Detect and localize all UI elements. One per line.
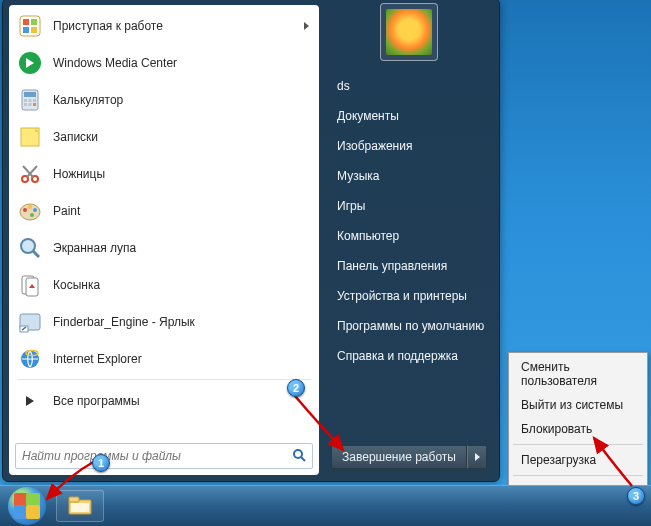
all-programs-arrow-icon — [17, 388, 43, 414]
calculator-icon — [17, 87, 43, 113]
svg-rect-31 — [69, 497, 79, 502]
program-label: Windows Media Center — [53, 56, 177, 70]
program-item-media-center[interactable]: Windows Media Center — [11, 44, 317, 81]
right-item-documents[interactable]: Документы — [319, 101, 499, 131]
sticky-notes-icon — [17, 124, 43, 150]
svg-rect-3 — [23, 27, 29, 33]
right-item-computer[interactable]: Компьютер — [319, 221, 499, 251]
internet-explorer-icon — [17, 346, 43, 372]
right-item-help-support[interactable]: Справка и поддержка — [319, 341, 499, 371]
taskbar — [0, 485, 651, 526]
program-label: Записки — [53, 130, 98, 144]
search-box[interactable] — [15, 443, 313, 469]
separator — [513, 475, 643, 476]
program-list: Приступая к работе Windows Media Center … — [9, 5, 319, 437]
getting-started-icon — [17, 13, 43, 39]
shutdown-options-arrow-button[interactable] — [467, 445, 487, 469]
user-picture-frame[interactable] — [380, 3, 438, 61]
program-item-internet-explorer[interactable]: Internet Explorer — [11, 340, 317, 377]
all-programs-label: Все программы — [53, 394, 140, 408]
right-item-default-programs[interactable]: Программы по умолчанию — [319, 311, 499, 341]
start-menu-left-pane: Приступая к работе Windows Media Center … — [9, 5, 319, 475]
program-item-snipping-tool[interactable]: Ножницы — [11, 155, 317, 192]
svg-rect-1 — [23, 19, 29, 25]
svg-rect-8 — [24, 99, 27, 102]
start-button[interactable] — [8, 487, 46, 525]
svg-point-21 — [30, 213, 34, 217]
separator — [513, 444, 643, 445]
program-item-calculator[interactable]: Калькулятор — [11, 81, 317, 118]
power-item-switch-user[interactable]: Сменить пользователя — [511, 355, 645, 393]
folder-icon — [68, 496, 92, 516]
program-label: Калькулятор — [53, 93, 123, 107]
svg-rect-10 — [33, 99, 36, 102]
svg-rect-2 — [31, 19, 37, 25]
scissors-icon — [17, 161, 43, 187]
program-label: Приступая к работе — [53, 19, 163, 33]
shutdown-button[interactable]: Завершение работы — [331, 445, 467, 469]
right-item-control-panel[interactable]: Панель управления — [319, 251, 499, 281]
svg-rect-13 — [33, 103, 36, 106]
start-menu: Приступая к работе Windows Media Center … — [2, 0, 500, 482]
svg-rect-32 — [71, 503, 89, 512]
power-options-menu: Сменить пользователя Выйти из системы Бл… — [508, 352, 648, 506]
annotation-bubble-2: 2 — [287, 379, 305, 397]
taskbar-pinned-explorer[interactable] — [56, 490, 104, 522]
right-item-music[interactable]: Музыка — [319, 161, 499, 191]
svg-point-20 — [33, 208, 37, 212]
svg-point-18 — [23, 208, 27, 212]
program-label: Internet Explorer — [53, 352, 142, 366]
right-item-games[interactable]: Игры — [319, 191, 499, 221]
power-item-restart[interactable]: Перезагрузка — [511, 448, 645, 472]
program-item-solitaire[interactable]: Косынка — [11, 266, 317, 303]
right-item-user[interactable]: ds — [319, 71, 499, 101]
separator — [17, 379, 311, 380]
program-item-getting-started[interactable]: Приступая к работе — [11, 7, 317, 44]
svg-point-29 — [294, 450, 302, 458]
program-label: Ножницы — [53, 167, 105, 181]
program-label: Косынка — [53, 278, 100, 292]
program-item-sticky-notes[interactable]: Записки — [11, 118, 317, 155]
program-item-finderbar-shortcut[interactable]: Finderbar_Engine - Ярлык — [11, 303, 317, 340]
annotation-bubble-3: 3 — [627, 487, 645, 505]
program-label: Finderbar_Engine - Ярлык — [53, 315, 195, 329]
svg-rect-7 — [24, 92, 36, 97]
program-label: Экранная лупа — [53, 241, 136, 255]
program-item-magnifier[interactable]: Экранная лупа — [11, 229, 317, 266]
shutdown-row: Завершение работы — [331, 445, 487, 469]
power-item-log-off[interactable]: Выйти из системы — [511, 393, 645, 417]
svg-rect-12 — [29, 103, 32, 106]
svg-rect-4 — [31, 27, 37, 33]
magnifier-icon — [17, 235, 43, 261]
submenu-arrow-icon — [304, 22, 309, 30]
right-item-pictures[interactable]: Изображения — [319, 131, 499, 161]
svg-rect-9 — [29, 99, 32, 102]
program-label: Paint — [53, 204, 80, 218]
right-item-devices-printers[interactable]: Устройства и принтеры — [319, 281, 499, 311]
search-input[interactable] — [22, 449, 292, 463]
all-programs-item[interactable]: Все программы — [11, 382, 317, 419]
program-item-paint[interactable]: Paint — [11, 192, 317, 229]
annotation-bubble-1: 1 — [92, 454, 110, 472]
solitaire-icon — [17, 272, 43, 298]
user-picture-icon — [386, 9, 432, 55]
search-icon — [292, 448, 306, 465]
start-menu-right-pane: ds Документы Изображения Музыка Игры Ком… — [319, 0, 499, 481]
svg-rect-11 — [24, 103, 27, 106]
media-center-icon — [17, 50, 43, 76]
svg-point-19 — [28, 205, 32, 209]
paint-icon — [17, 198, 43, 224]
svg-point-22 — [21, 239, 35, 253]
shortcut-icon — [17, 309, 43, 335]
power-item-lock[interactable]: Блокировать — [511, 417, 645, 441]
